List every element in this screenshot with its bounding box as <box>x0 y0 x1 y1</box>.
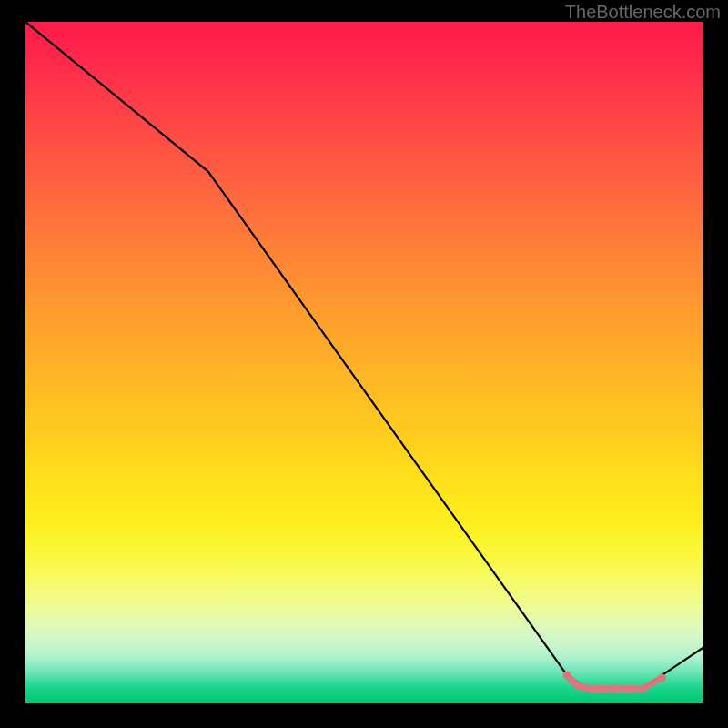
optimal-markers <box>563 672 666 693</box>
watermark-text: TheBottleneck.com <box>565 2 721 23</box>
plot-area <box>25 22 703 703</box>
svg-point-14 <box>658 674 666 682</box>
svg-point-9 <box>614 685 622 693</box>
bottleneck-line <box>25 22 703 689</box>
chart-svg <box>25 22 703 703</box>
chart-container: TheBottleneck.com <box>0 0 728 728</box>
svg-point-3 <box>579 683 587 692</box>
svg-point-7 <box>602 685 610 693</box>
svg-point-0 <box>563 672 571 680</box>
svg-point-12 <box>631 685 639 693</box>
svg-point-13 <box>639 685 647 693</box>
